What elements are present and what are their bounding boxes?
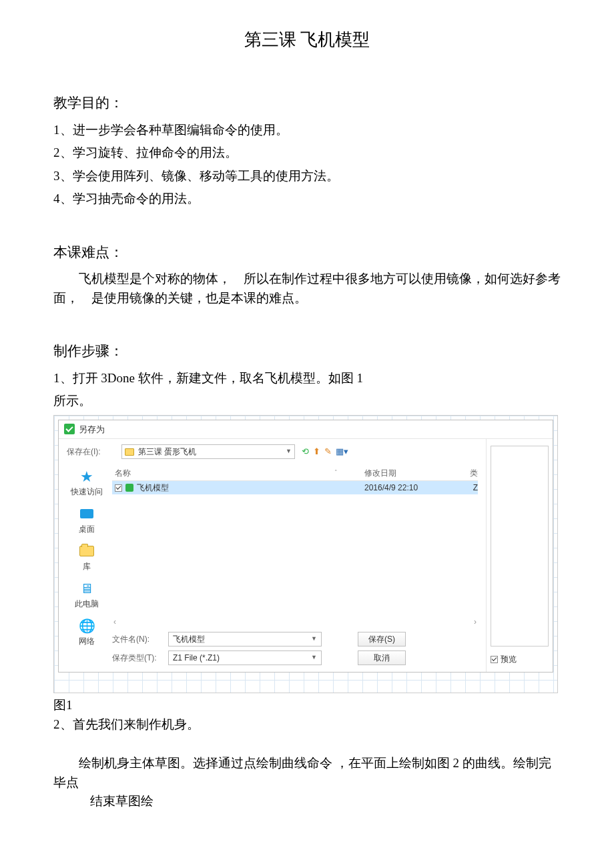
checkbox-icon[interactable] [115,484,122,492]
difficulty-body: 飞机模型是个对称的物体， 所以在制作过程中很多地方可以使用镜像，如何选好参考面，… [53,270,561,308]
file-list-header: 名称 ˄ 修改日期 类 [112,466,478,481]
goals-heading: 教学目的： [53,93,561,114]
place-quick-access[interactable]: ★ 快速访问 [71,468,103,498]
chevron-down-icon: ▼ [286,447,292,456]
dialog-titlebar: 另存为 [59,420,553,440]
save-in-combo[interactable]: 第三课 蛋形飞机 ▼ [121,444,295,459]
preview-toggle[interactable]: 预览 [491,653,549,665]
scroll-right-icon[interactable]: › [474,616,477,628]
place-label: 此电脑 [75,598,99,610]
filename-label: 文件名(N): [112,633,159,645]
preview-box [491,446,549,646]
desktop-icon [80,509,93,518]
save-in-label: 保存在(I): [67,446,115,458]
cancel-button[interactable]: 取消 [358,650,406,665]
file-date: 2016/4/9 22:10 [364,482,465,494]
toolbar-icons: ⟲ ⬆ ✎ ▦▾ [302,445,348,458]
place-libraries[interactable]: 库 [77,543,96,572]
preview-panel: 预览 [486,439,553,672]
filetype-label: 保存类型(T): [112,652,159,664]
column-type[interactable]: 类 [465,467,478,479]
checkbox-icon [491,656,498,663]
place-this-pc[interactable]: 🖥 此电脑 [75,580,99,610]
sort-indicator-icon: ˄ [334,468,338,478]
save-button[interactable]: 保存(S) [358,632,406,646]
scroll-left-icon[interactable]: ‹ [113,616,116,628]
views-icon[interactable]: ▦▾ [336,445,348,458]
goal-item: 1、进一步学会各种草图编辑命令的使用。 [53,121,561,140]
places-sidebar: ★ 快速访问 桌面 库 [67,466,107,665]
save-as-dialog: 另存为 保存在(I): 第三课 蛋形飞机 ▼ ⟲ ⬆ ✎ [58,420,553,673]
horizontal-scroll-hint: ‹ › [112,616,478,628]
file-type-icon [125,483,134,492]
goal-item: 3、学会使用阵列、镜像、移动等工具的使用方法。 [53,167,561,186]
place-label: 库 [83,560,91,572]
place-label: 快速访问 [71,486,103,498]
place-label: 桌面 [79,523,95,535]
figure-1-label: 图1 [53,696,561,715]
up-icon[interactable]: ⬆ [313,445,320,458]
file-type-abbrev: Z [465,482,478,494]
column-date[interactable]: 修改日期 [364,467,465,479]
step-2: 2、首先我们来制作机身。 [53,715,561,735]
app-icon [64,424,75,434]
place-label: 网络 [79,635,95,647]
page-title: 第三课 飞机模型 [53,27,561,53]
file-row[interactable]: 飞机模型 2016/4/9 22:10 Z [112,481,478,494]
chevron-down-icon: ▼ [311,653,317,663]
step-2-body: 绘制机身主体草图。选择通过点绘制曲线命令 ，在平面上绘制如图 2 的曲线。绘制完… [53,754,561,811]
filetype-select[interactable]: Z1 File (*.Z1) ▼ [168,650,322,665]
step-1-line-a: 1、打开 3Done 软件，新建文件，取名飞机模型。如图 1 [53,369,561,388]
place-desktop[interactable]: 桌面 [77,506,96,535]
file-name: 飞机模型 [137,482,169,494]
goal-item: 4、学习抽壳命令的用法。 [53,189,561,209]
monitor-icon: 🖥 [77,580,96,596]
preview-label: 预览 [501,653,517,665]
folder-icon [125,448,134,456]
save-in-value: 第三课 蛋形飞机 [138,446,196,458]
difficulty-heading: 本课难点： [53,242,561,264]
place-network[interactable]: 🌐 网络 [77,618,96,647]
back-icon[interactable]: ⟲ [302,445,309,458]
chevron-down-icon: ▼ [311,634,317,644]
column-name[interactable]: 名称 ˄ [112,467,364,479]
goal-item: 2、学习旋转、拉伸命令的用法。 [53,143,561,163]
steps-heading: 制作步骤： [53,341,561,362]
globe-icon: 🌐 [77,618,96,634]
figure-1-screenshot: 另存为 保存在(I): 第三课 蛋形飞机 ▼ ⟲ ⬆ ✎ [53,415,558,694]
new-folder-icon[interactable]: ✎ [324,445,332,458]
dialog-title-text: 另存为 [79,423,105,436]
folder-icon [79,546,94,556]
step-1-line-b: 所示。 [53,392,561,411]
star-icon: ★ [77,468,96,484]
filename-input[interactable]: 飞机模型 ▼ [168,632,322,646]
file-list[interactable]: 飞机模型 2016/4/9 22:10 Z ‹ › [112,481,478,628]
